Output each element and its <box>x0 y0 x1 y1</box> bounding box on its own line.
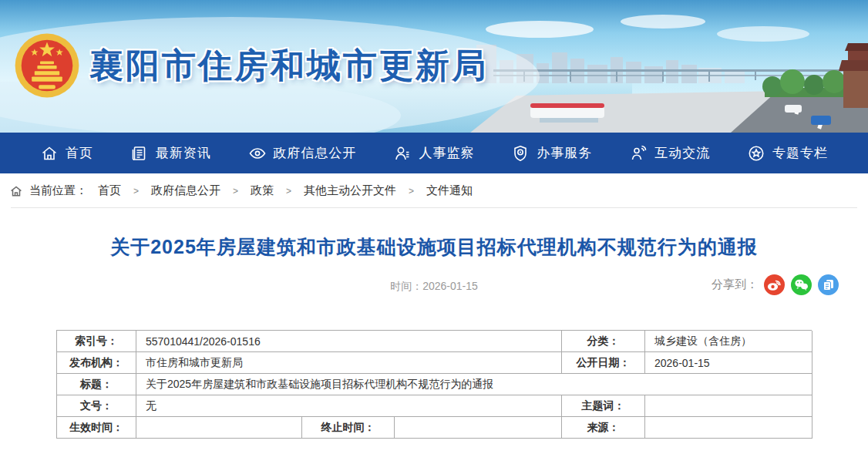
copy-link-share-icon <box>818 274 839 295</box>
site-banner: 襄阳市住房和城市更新局 <box>0 0 868 133</box>
share-copy-link-button[interactable] <box>818 274 839 295</box>
nav-item-info-disclosure[interactable]: 政府信息公开 <box>248 144 357 163</box>
end-date-value <box>395 417 562 439</box>
category-value: 城乡建设（含住房） <box>645 331 812 352</box>
nav-item-label: 最新资讯 <box>156 144 211 162</box>
issuing-agency-label: 发布机构： <box>57 352 136 374</box>
national-emblem-icon <box>12 31 82 100</box>
nav-item-interaction[interactable]: 互动交流 <box>629 144 710 163</box>
nav-item-home[interactable]: 首页 <box>40 144 93 163</box>
source-label: 来源： <box>562 417 645 439</box>
index-number-value: 557010441/2026-01516 <box>136 331 562 352</box>
nav-item-label: 首页 <box>66 144 93 162</box>
time-label: 时间： <box>390 280 422 292</box>
nav-item-special-topics[interactable]: 专题专栏 <box>747 144 828 163</box>
nav-item-label: 互动交流 <box>654 144 710 162</box>
share-bar: 分享到： <box>712 274 839 295</box>
nav-item-news[interactable]: 最新资讯 <box>130 144 211 163</box>
site-title: 襄阳市住房和城市更新局 <box>89 43 488 89</box>
index-number-label: 索引号： <box>57 331 136 352</box>
doc-title-value: 关于2025年房屋建筑和市政基础设施项目招标代理机构不规范行为的通报 <box>136 374 812 395</box>
end-date-label: 终止时间： <box>302 417 395 439</box>
nav-item-services[interactable]: 办事服务 <box>511 144 592 163</box>
star-circle-icon <box>747 144 765 163</box>
breadcrumb-link-document-notice[interactable]: 文件通知 <box>426 183 473 198</box>
publish-date-label: 公开日期： <box>562 352 645 374</box>
article-title: 关于2025年房屋建筑和市政基础设施项目招标代理机构不规范行为的通报 <box>54 234 814 260</box>
source-value <box>645 417 812 439</box>
keywords-value <box>645 395 812 417</box>
article-meta-row: 时间：2026-01-15 分享到： <box>0 274 868 298</box>
breadcrumb-link-home[interactable]: 首页 <box>98 183 121 198</box>
nav-item-label: 专题专栏 <box>772 144 828 162</box>
share-label: 分享到： <box>712 277 758 292</box>
effective-date-label: 生效时间： <box>57 417 136 439</box>
effective-date-value <box>136 417 302 439</box>
nav-item-label: 人事监察 <box>419 144 474 162</box>
people-chat-icon <box>629 144 648 163</box>
doc-number-value: 无 <box>136 395 562 417</box>
time-value: 2026-01-15 <box>422 280 478 292</box>
main-nav: 首页 最新资讯 政府信息公开 人事监察 办事服务 互动交流 专题专栏 <box>0 133 868 173</box>
keywords-label: 主题词： <box>562 395 645 417</box>
weibo-share-icon <box>764 274 785 295</box>
share-wechat-button[interactable] <box>791 274 812 295</box>
home-outline-icon <box>9 184 23 198</box>
newspaper-icon <box>130 144 149 163</box>
doc-number-label: 文号： <box>57 395 136 417</box>
publish-date-value: 2026-01-15 <box>645 352 812 374</box>
breadcrumb-separator: > <box>286 186 291 197</box>
site-logo-link[interactable]: 襄阳市住房和城市更新局 <box>12 31 488 100</box>
breadcrumb-prefix: 当前位置： <box>29 183 87 198</box>
breadcrumb-separator: > <box>409 186 414 197</box>
breadcrumb-link-other-public-docs[interactable]: 其他主动公开文件 <box>304 183 396 198</box>
doc-title-label: 标题： <box>57 374 136 395</box>
person-icon <box>393 144 412 163</box>
breadcrumb-link-policy[interactable]: 政策 <box>251 183 274 198</box>
nav-item-personnel[interactable]: 人事监察 <box>393 144 474 163</box>
share-weibo-button[interactable] <box>764 274 785 295</box>
breadcrumb-link-info-disclosure[interactable]: 政府信息公开 <box>151 183 220 198</box>
document-meta-table: 索引号： 557010441/2026-01516 分类： 城乡建设（含住房） … <box>56 330 812 439</box>
eye-icon <box>248 144 267 163</box>
shield-icon <box>511 144 530 163</box>
category-label: 分类： <box>562 331 645 352</box>
breadcrumb-separator: > <box>133 186 139 197</box>
nav-item-label: 政府信息公开 <box>274 144 357 162</box>
wechat-share-icon <box>791 274 812 295</box>
breadcrumb: 当前位置： 首页 > 政府信息公开 > 政策 > 其他主动公开文件 > 文件通知 <box>0 173 868 208</box>
home-icon <box>40 144 59 163</box>
article-content: 关于2025年房屋建筑和市政基础设施项目招标代理机构不规范行为的通报 时间：20… <box>0 234 868 439</box>
breadcrumb-separator: > <box>233 186 238 197</box>
issuing-agency-value: 市住房和城市更新局 <box>136 352 562 374</box>
nav-item-label: 办事服务 <box>537 144 592 162</box>
